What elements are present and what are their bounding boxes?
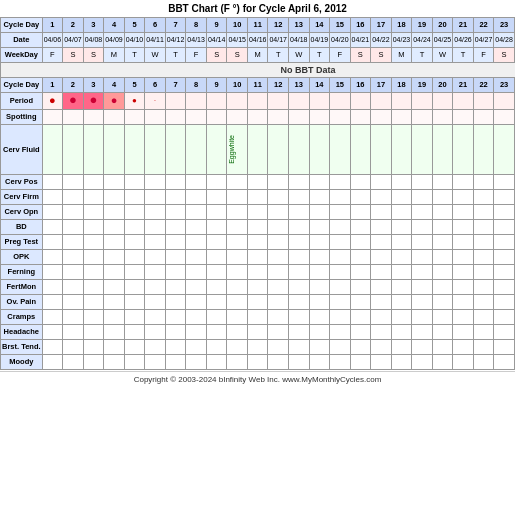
date-16: 04/21 xyxy=(350,33,371,48)
weekday-label-left: WeekDay xyxy=(1,48,43,63)
cd-13: 13 xyxy=(289,18,310,33)
cd-4: 4 xyxy=(104,18,125,33)
wd-5: T xyxy=(124,48,145,63)
cd-3: 3 xyxy=(83,18,104,33)
cerv-opn-label-left: Cerv Opn xyxy=(1,205,43,220)
ov-pain-label-left: Ov. Pain xyxy=(1,295,43,310)
date-3: 04/08 xyxy=(83,33,104,48)
date-11: 04/16 xyxy=(247,33,268,48)
cd-2: 2 xyxy=(63,18,84,33)
bbt-chart-table: Cycle Day 1 2 3 4 5 6 7 8 9 10 11 12 13 … xyxy=(0,17,515,370)
cd-18: 18 xyxy=(391,18,412,33)
wd-18: M xyxy=(391,48,412,63)
date-12: 04/17 xyxy=(268,33,289,48)
moody-row: Moody Moody xyxy=(1,355,516,370)
cerv-firm-label-left: Cerv Firm xyxy=(1,190,43,205)
cd-10: 10 xyxy=(227,18,248,33)
cd-21: 21 xyxy=(453,18,474,33)
date-13: 04/18 xyxy=(289,33,310,48)
wd-22: F xyxy=(473,48,494,63)
cerv-pos-label-left: Cerv Pos xyxy=(1,175,43,190)
cerv-firm-row: Cerv Firm Cerv Firm xyxy=(1,190,516,205)
date-14: 04/19 xyxy=(309,33,330,48)
cycle-day-label2-left: Cycle Day xyxy=(1,78,43,93)
date-23: 04/28 xyxy=(494,33,515,48)
headache-label-left: Headache xyxy=(1,325,43,340)
cd-9: 9 xyxy=(206,18,227,33)
bd-row: BD BD xyxy=(1,220,516,235)
date-17: 04/22 xyxy=(371,33,392,48)
date-7: 04/12 xyxy=(165,33,186,48)
cd-19: 19 xyxy=(412,18,433,33)
no-bbt-banner: No BBT Data xyxy=(1,63,516,78)
footer: Copyright © 2003-2024 bInfinity Web Inc.… xyxy=(0,371,515,387)
wd-1: F xyxy=(42,48,63,63)
cd-15: 15 xyxy=(330,18,351,33)
cycle-day-row-bottom: Cycle Day 123 456 789 101112 131415 1617… xyxy=(1,78,516,93)
wd-21: T xyxy=(453,48,474,63)
cd-8: 8 xyxy=(186,18,207,33)
cycle-day-label-left: Cycle Day xyxy=(1,18,43,33)
date-18: 04/23 xyxy=(391,33,412,48)
date-6: 04/11 xyxy=(145,33,166,48)
wd-7: T xyxy=(165,48,186,63)
brst-tend-row: Brst. Tend. Brst. Tend xyxy=(1,340,516,355)
cd-22: 22 xyxy=(473,18,494,33)
date-1: 04/06 xyxy=(42,33,63,48)
period-d3: ● xyxy=(83,93,104,110)
period-d1: ● xyxy=(42,93,63,110)
spotting-label-left: Spotting xyxy=(1,110,43,125)
period-label-left: Period xyxy=(1,93,43,110)
ov-pain-row: Ov. Pain Ov. Pain xyxy=(1,295,516,310)
spotting-row: Spotting Spotting xyxy=(1,110,516,125)
date-10: 04/15 xyxy=(227,33,248,48)
date-22: 04/27 xyxy=(473,33,494,48)
opk-label-left: OPK xyxy=(1,250,43,265)
cerv-fluid-eggwhite: Eggwhite xyxy=(227,125,248,175)
wd-23: S xyxy=(494,48,515,63)
cd-17: 17 xyxy=(371,18,392,33)
wd-11: M xyxy=(247,48,268,63)
date-4: 04/09 xyxy=(104,33,125,48)
date-9: 04/14 xyxy=(206,33,227,48)
wd-19: T xyxy=(412,48,433,63)
cd-16: 16 xyxy=(350,18,371,33)
cd-11: 11 xyxy=(247,18,268,33)
ferning-label-left: Ferning xyxy=(1,265,43,280)
wd-20: W xyxy=(432,48,453,63)
page-title: BBT Chart (F °) for Cycle April 6, 2012 xyxy=(0,0,515,17)
fertmon-row: FertMon FertMon xyxy=(1,280,516,295)
cerv-pos-row: Cerv Pos Cerv Pos xyxy=(1,175,516,190)
wd-10: S xyxy=(227,48,248,63)
ferning-row: Ferning Ferning xyxy=(1,265,516,280)
wd-4: M xyxy=(104,48,125,63)
cerv-fluid-label-left: Cerv Fluid xyxy=(1,125,43,175)
period-row: Period ● ● ● ● ● · ● Period xyxy=(1,93,516,110)
cerv-opn-row: Cerv Opn Cerv Opn xyxy=(1,205,516,220)
date-2: 04/07 xyxy=(63,33,84,48)
bd-label-left: BD xyxy=(1,220,43,235)
period-d2: ● xyxy=(63,93,84,110)
wd-3: S xyxy=(83,48,104,63)
cycle-day-row-top: Cycle Day 1 2 3 4 5 6 7 8 9 10 11 12 13 … xyxy=(1,18,516,33)
wd-12: T xyxy=(268,48,289,63)
headache-row: Headache Headache xyxy=(1,325,516,340)
period-d6: · xyxy=(145,93,166,110)
preg-test-label-left: Preg Test xyxy=(1,235,43,250)
date-8: 04/13 xyxy=(186,33,207,48)
period-d5: ● xyxy=(124,93,145,110)
cd-6: 6 xyxy=(145,18,166,33)
cd-20: 20 xyxy=(432,18,453,33)
cerv-fluid-row: Cerv Fluid Eggwhite Cerv Fluid xyxy=(1,125,516,175)
cramps-label-left: Cramps xyxy=(1,310,43,325)
date-21: 04/26 xyxy=(453,33,474,48)
date-label-left: Date xyxy=(1,33,43,48)
wd-17: S xyxy=(371,48,392,63)
cd-7: 7 xyxy=(165,18,186,33)
moody-label-left: Moody xyxy=(1,355,43,370)
date-19: 04/24 xyxy=(412,33,433,48)
wd-9: S xyxy=(206,48,227,63)
wd-13: W xyxy=(289,48,310,63)
date-15: 04/20 xyxy=(330,33,351,48)
fertmon-label-left: FertMon xyxy=(1,280,43,295)
